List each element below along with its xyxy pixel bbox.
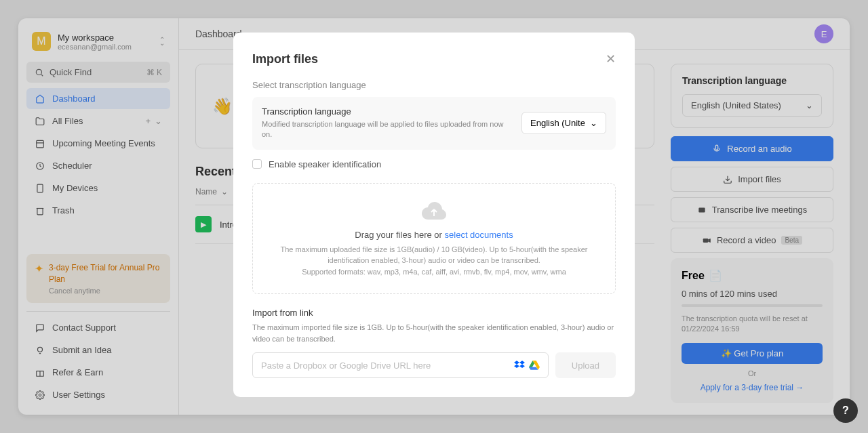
language-box: Transcription language Modified transcri… bbox=[252, 97, 616, 150]
url-placeholder: Paste a Dropbox or Google Drive URL here bbox=[261, 360, 514, 371]
close-icon[interactable]: ✕ bbox=[606, 51, 616, 66]
select-documents-link[interactable]: select documents bbox=[445, 230, 513, 240]
drop-desc-1: The maximum uploaded file size is 1GB(au… bbox=[280, 244, 588, 266]
modal-backdrop[interactable]: Import files ✕ Select transcription lang… bbox=[0, 0, 868, 433]
dropbox-icon[interactable] bbox=[514, 360, 525, 371]
lang-box-desc: Modified transcription language will be … bbox=[262, 119, 511, 140]
cloud-upload-icon bbox=[280, 200, 588, 222]
drop-desc-2: Supported formats: wav, mp3, m4a, caf, a… bbox=[280, 266, 588, 278]
dropzone[interactable]: Drag your files here or select documents… bbox=[252, 183, 616, 295]
import-link-desc: The maximum imported file size is 1GB. U… bbox=[252, 322, 616, 344]
google-drive-icon[interactable] bbox=[529, 360, 540, 371]
checkbox[interactable] bbox=[252, 159, 262, 169]
select-language-label: Select transcription language bbox=[252, 80, 616, 90]
drop-text: Drag your files here or select documents bbox=[280, 230, 588, 240]
url-input[interactable]: Paste a Dropbox or Google Drive URL here bbox=[252, 352, 549, 378]
speaker-checkbox-row[interactable]: Enable speaker identification bbox=[252, 159, 616, 169]
chevron-down-icon: ⌄ bbox=[590, 118, 597, 128]
modal-title: Import files bbox=[252, 52, 318, 66]
import-modal: Import files ✕ Select transcription lang… bbox=[233, 33, 635, 397]
help-fab[interactable]: ? bbox=[833, 398, 858, 423]
modal-language-select[interactable]: English (United … ⌄ bbox=[521, 112, 606, 134]
import-link-title: Import from link bbox=[252, 308, 616, 318]
lang-box-title: Transcription language bbox=[262, 106, 511, 117]
upload-button[interactable]: Upload bbox=[555, 352, 616, 378]
